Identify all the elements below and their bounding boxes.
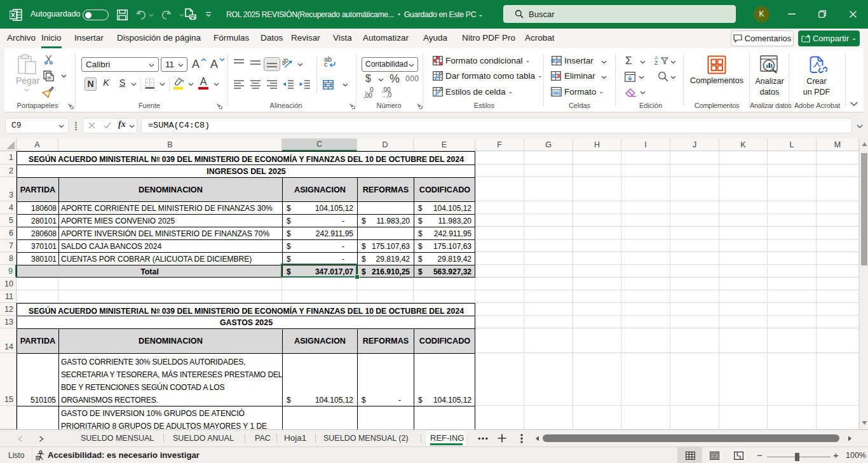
svg-text:ab: ab — [282, 57, 290, 67]
